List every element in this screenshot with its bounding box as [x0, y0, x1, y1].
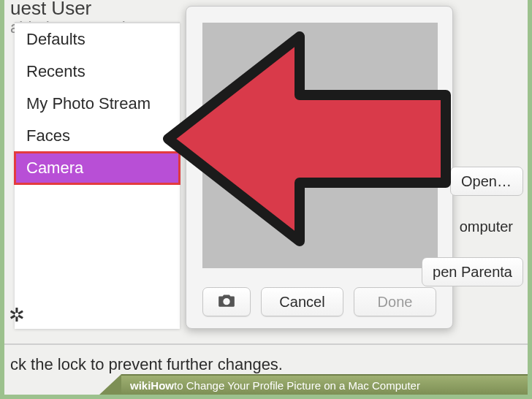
camera-icon	[217, 293, 236, 311]
wikihow-caption: wikiHow to Change Your Profile Picture o…	[121, 374, 528, 395]
computer-text-fragment: omputer	[449, 212, 523, 241]
button-label: Done	[378, 294, 413, 311]
caption-brand: wiki	[130, 379, 151, 392]
sidebar-item-camera[interactable]: Camera	[15, 152, 180, 184]
caption-prefix: How	[151, 379, 174, 392]
sidebar-item-recents[interactable]: Recents	[15, 56, 180, 88]
gear-icon[interactable]: ✲	[9, 304, 25, 327]
screenshot-frame: uest User abled, Managed Defaults Recent…	[0, 0, 532, 399]
sidebar-item-label: Defaults	[26, 30, 86, 48]
sidebar-item-label: Faces	[26, 126, 70, 145]
take-photo-button[interactable]	[202, 287, 251, 316]
button-label: pen Parenta	[433, 264, 512, 281]
caption-wedge	[99, 374, 121, 395]
picture-picker-popover: Cancel Done	[186, 6, 453, 329]
popover-button-row: Cancel Done	[202, 287, 436, 316]
done-button[interactable]: Done	[354, 287, 436, 316]
divider	[4, 343, 528, 345]
user-name-fragment: uest User	[10, 0, 149, 20]
cancel-button[interactable]: Cancel	[261, 287, 343, 316]
parental-button-fragment[interactable]: pen Parenta	[422, 257, 523, 286]
picture-source-sidebar: Defaults Recents My Photo Stream Faces C…	[15, 22, 180, 329]
text-fragment: omputer	[460, 218, 513, 235]
lock-hint-text: ck the lock to prevent further changes.	[10, 355, 283, 374]
button-label: Cancel	[279, 294, 324, 311]
caption-text: to Change Your Profile Picture on a Mac …	[174, 379, 420, 392]
sidebar-item-label: Camera	[26, 159, 83, 177]
sidebar-item-defaults[interactable]: Defaults	[15, 23, 180, 56]
button-label: Open…	[461, 173, 512, 190]
open-button-fragment[interactable]: Open…	[450, 167, 523, 196]
sidebar-item-photo-stream[interactable]: My Photo Stream	[15, 88, 180, 120]
sidebar-item-faces[interactable]: Faces	[15, 120, 180, 152]
sidebar-item-label: My Photo Stream	[26, 94, 151, 113]
sidebar-item-label: Recents	[26, 62, 86, 80]
camera-preview	[202, 23, 438, 268]
